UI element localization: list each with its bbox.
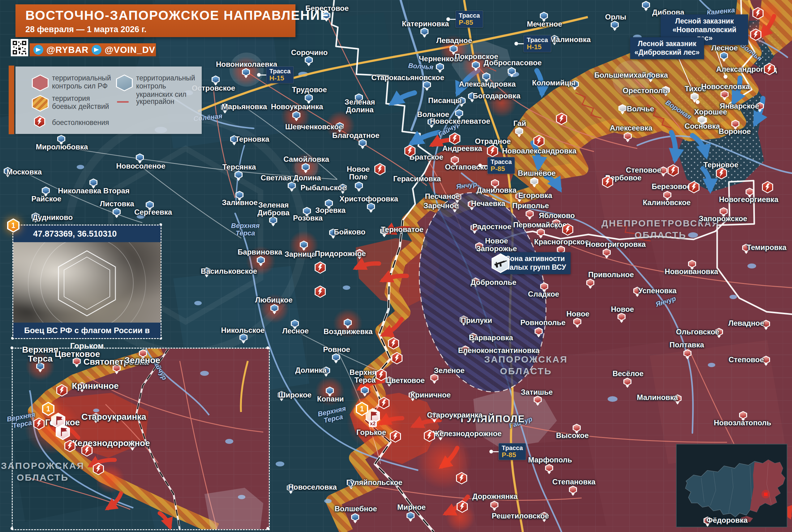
settlement-label: Криничное	[411, 391, 451, 399]
settlement-marker-ua	[540, 12, 548, 20]
settlement-marker-ru	[526, 210, 534, 218]
settlement-label: Степовое	[626, 166, 661, 174]
settlement-label: Гуляйпольское	[346, 479, 402, 487]
river-label: Верхняя Терса	[317, 405, 348, 425]
clash-icon	[750, 28, 761, 41]
settlement-label: Егоровка	[518, 192, 552, 200]
settlement-label: Самойловка	[283, 156, 329, 163]
clash-icon	[376, 369, 387, 381]
settlement-marker-ru	[618, 313, 625, 321]
legend-clash-label: боестолкновения	[52, 118, 109, 127]
settlement-label: Прилуки	[461, 317, 492, 324]
settlement-marker-gy	[691, 93, 699, 100]
highway-badge-word: Трасса	[502, 444, 523, 451]
river-label: Янчур	[655, 295, 677, 308]
settlement-label: Ровное	[323, 346, 350, 354]
settlement-label: Зеленая Диброва	[258, 201, 289, 217]
photo-badge: 1	[7, 218, 19, 233]
settlement-marker-ua	[57, 135, 65, 143]
settlement-label: Большемихайловка	[594, 72, 668, 79]
photo-ref-badge-inset: 1	[42, 402, 54, 416]
clash-icon	[315, 261, 326, 274]
settlement-label: Радостное	[472, 223, 511, 231]
photo-inset: 1 47.873369, 36.510310 Боец ВС РФ с флаг…	[12, 225, 162, 339]
settlement-label: Железнодорожное	[433, 430, 502, 438]
settlement-marker-ua	[361, 386, 369, 394]
settlement-label: Новое Поле	[347, 166, 370, 181]
settlement-label: Ольговское	[676, 328, 719, 336]
settlement-label: Новосоленое	[116, 163, 166, 170]
river-label: Верхняя Терса	[231, 222, 260, 237]
settlement-label: Песчаное	[425, 193, 460, 201]
highway-badge-number: Р-85	[459, 19, 480, 26]
photo-hex-watermark	[28, 242, 146, 323]
settlement-label: Левадное	[436, 37, 472, 44]
telegram-icon	[33, 45, 43, 55]
settlement-label: Даниловка	[476, 187, 516, 194]
photo-caption: Боец ВС РФ с флагом России в Горьком	[13, 323, 161, 338]
settlement-label: Андреевка	[442, 145, 482, 152]
settlement-marker-ua	[300, 241, 308, 249]
photo-ref-badge-main: 1	[356, 402, 368, 416]
settlement-label: Старокасьяновское	[371, 74, 444, 82]
highway-badge-number: Н-15	[527, 43, 548, 51]
clash-icon	[752, 7, 763, 19]
settlement-label: Николаевка Вторая	[58, 187, 130, 195]
settlement-marker-ua	[344, 319, 352, 327]
settlement-marker-ua	[472, 61, 480, 69]
settlement-label: Дудниково	[33, 214, 73, 222]
settlement-label: Миролюбовка	[36, 143, 88, 151]
settlement-label: Новоселовка	[701, 83, 750, 91]
channel-voin-dv[interactable]: @VOIN_DV	[105, 45, 155, 55]
settlement-label: Любицкое	[255, 296, 293, 304]
settlement-label: Терновка	[235, 135, 269, 143]
settlement-label: Райское	[32, 195, 61, 203]
settlement-label: Березовое	[652, 183, 691, 191]
settlement-label: Долинка	[295, 366, 326, 374]
settlement-label: Новогригоровка	[586, 241, 646, 248]
region-label: ЗАПОРОЖСКАЯ ОБЛАСТЬ	[1, 460, 84, 483]
photo-header: 1 47.873369, 36.510310	[13, 226, 161, 242]
settlement-label: Приволье	[512, 202, 549, 210]
clash-icon	[391, 352, 402, 364]
settlement-marker-ru	[540, 282, 548, 290]
settlement-label: Зеленая Долина	[345, 98, 375, 114]
settlement-label: Лесное	[282, 327, 309, 335]
settlement-label: Первомайское	[513, 221, 567, 229]
settlement-label: Гай	[513, 120, 526, 128]
qr-code	[11, 39, 28, 56]
settlement-marker-ua	[450, 45, 457, 53]
highway-badge: ТрассаР-85	[456, 11, 483, 27]
settlement-marker-ua	[359, 139, 366, 147]
legend-fortification-icon	[117, 101, 129, 103]
clash-icon	[33, 418, 44, 430]
settlement-marker-ru	[430, 374, 438, 382]
settlement-label: Марфополь	[528, 456, 572, 464]
settlement-label: Герасимовка	[393, 175, 441, 183]
settlement-label: Яблоково	[539, 212, 575, 220]
settlement-marker-ua	[288, 182, 296, 190]
settlement-label: Высокое	[556, 432, 589, 439]
settlement-label: Зоревка	[315, 207, 345, 214]
settlement-label: Остаповское	[445, 163, 492, 171]
river-label: Волчья	[408, 62, 434, 71]
settlement-label: Новозлатополь	[714, 419, 771, 427]
settlement-label: Степовое	[729, 356, 764, 364]
settlement-label: Запорожское	[699, 215, 747, 223]
clash-icon	[81, 444, 93, 457]
settlement-label: Придорожное	[315, 250, 366, 258]
highway-badge-word: Трасса	[269, 68, 290, 75]
settlement-label: Успеновка	[638, 287, 677, 295]
telegram-bar: @RYBAR @VOIN_DV	[30, 43, 156, 56]
map-date-range: 28 февраля — 1 марта 2026 г.	[25, 25, 146, 34]
highway-badge: ТрассаР-85	[488, 157, 515, 174]
settlement-marker-ua	[355, 182, 363, 190]
settlement-label: Широкое	[278, 391, 312, 399]
settlement-marker-ua	[269, 216, 277, 224]
highway-badge-word: Трасса	[459, 12, 480, 19]
settlement-marker-gy	[619, 104, 626, 112]
legend-fortification-label: укрепрайон	[136, 97, 174, 106]
channel-rybar[interactable]: @RYBAR	[46, 45, 89, 55]
settlement-label: Бойково	[334, 228, 365, 236]
settlement-label: Рыбальское	[300, 184, 346, 192]
